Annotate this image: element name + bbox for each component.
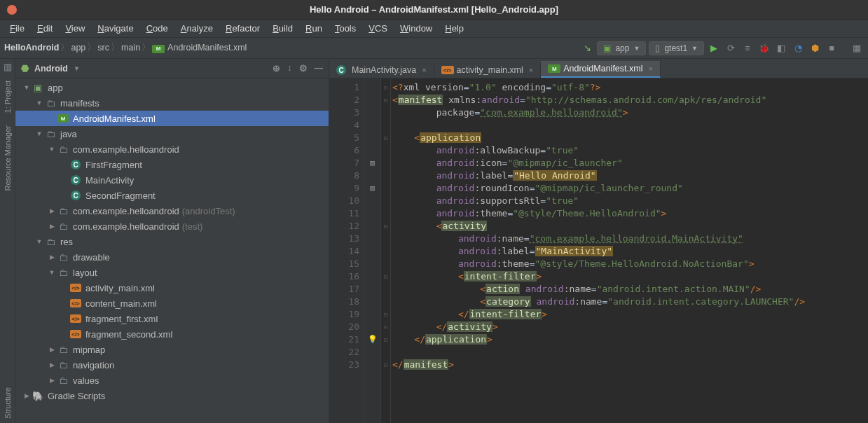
fold-toggle-icon[interactable]: ⊟ — [381, 220, 390, 233]
close-tab-icon[interactable]: × — [529, 66, 533, 74]
image-gutter-icon[interactable]: ▧ — [364, 182, 380, 195]
fold-toggle-icon[interactable]: ⊟ — [381, 321, 390, 333]
folder-icon[interactable]: ▥ — [4, 62, 12, 72]
tree-node-label: content_main.xml — [85, 298, 157, 309]
expand-arrow-icon[interactable]: ▶ — [48, 223, 56, 230]
project-structure-icon[interactable]: ▦ — [850, 41, 864, 55]
navigation-bar: HelloAndroid〉app〉src〉main〉MAndroidManife… — [0, 38, 868, 59]
close-tab-icon[interactable]: × — [422, 66, 426, 74]
fold-toggle-icon[interactable]: ⊟ — [381, 359, 390, 371]
tree-node-label: manifests — [60, 98, 99, 109]
fold-toggle-icon[interactable]: ⊟ — [381, 308, 390, 321]
menu-vcs[interactable]: VCS — [363, 22, 393, 35]
tree-node[interactable]: </>activity_main.xml — [15, 280, 329, 296]
expand-arrow-icon[interactable]: ▶ — [48, 377, 56, 384]
expand-arrow-icon[interactable]: ▼ — [35, 99, 43, 106]
expand-arrow-icon[interactable]: ▼ — [48, 269, 56, 276]
tree-node[interactable]: ▶🗀com.example.helloandroid(test) — [15, 219, 329, 234]
tree-node[interactable]: CMainActivity — [15, 172, 329, 188]
menu-bar: FileEditViewNavigateCodeAnalyzeRefactorB… — [0, 20, 868, 38]
fold-toggle-icon[interactable]: ⊟ — [381, 94, 390, 106]
fold-toggle-icon[interactable]: ⊟ — [381, 81, 390, 94]
tree-node[interactable]: ▼▣app — [15, 80, 329, 95]
tree-node[interactable]: ▼🗀com.example.helloandroid — [15, 141, 329, 157]
tree-node[interactable]: CFirstFragment — [15, 157, 329, 172]
apply-code-icon[interactable]: ≡ — [740, 41, 755, 55]
menu-tools[interactable]: Tools — [329, 22, 361, 35]
fold-toggle-icon[interactable]: ⊟ — [381, 270, 390, 283]
coverage-icon[interactable]: ◧ — [774, 41, 788, 55]
expand-arrow-icon[interactable]: ▼ — [35, 238, 43, 245]
close-window-icon[interactable] — [7, 5, 17, 15]
editor-tab[interactable]: </>activity_main.xml× — [434, 62, 542, 78]
tree-node[interactable]: ▼🗀java — [15, 126, 329, 141]
stripe-tab-project[interactable]: 1: Project — [2, 76, 13, 117]
tree-node[interactable]: </>content_main.xml — [15, 296, 329, 311]
menu-navigate[interactable]: Navigate — [92, 22, 139, 35]
debug-icon[interactable]: 🐞 — [757, 41, 771, 55]
run-config-selector[interactable]: ▣ app ▼ — [597, 41, 646, 55]
tree-node[interactable]: ▶🗀navigation — [15, 357, 329, 373]
stop-icon[interactable]: ■ — [825, 41, 839, 55]
run-icon[interactable]: ▶ — [707, 41, 721, 55]
menu-code[interactable]: Code — [141, 22, 174, 35]
expand-arrow-icon[interactable]: ▶ — [48, 346, 56, 353]
tree-node-label: fragment_second.xml — [85, 329, 172, 340]
expand-arrow-icon[interactable]: ▶ — [48, 361, 56, 368]
hide-icon[interactable]: — — [315, 63, 324, 74]
tree-node[interactable]: ▶🗀drawable — [15, 249, 329, 265]
tree-node[interactable]: ▶🗀com.example.helloandroid(androidTest) — [15, 203, 329, 219]
stripe-tab-resource-manager[interactable]: Resource Manager — [2, 121, 13, 195]
tree-node[interactable]: </>fragment_second.xml — [15, 326, 329, 342]
select-opened-file-icon[interactable]: ⊕ — [273, 63, 280, 74]
tree-node[interactable]: ▼🗀res — [15, 234, 329, 249]
left-tool-stripe: ▥ 1: Project Resource Manager Structure — [0, 59, 15, 423]
intention-bulb-icon[interactable]: 💡 — [364, 333, 380, 346]
tree-node[interactable]: ▼🗀manifests — [15, 95, 329, 111]
stripe-tab-structure[interactable]: Structure — [2, 383, 13, 423]
menu-window[interactable]: Window — [394, 22, 438, 35]
fold-gutter[interactable]: ⊟⊟⊟⊟⊟⊟⊟⊟⊟ — [381, 78, 391, 423]
menu-view[interactable]: View — [60, 22, 90, 35]
menu-file[interactable]: File — [4, 22, 30, 35]
tree-node[interactable]: ▼🗀layout — [15, 265, 329, 280]
tree-node[interactable]: ▶🐘Gradle Scripts — [15, 388, 329, 403]
image-gutter-icon[interactable]: ▧ — [364, 157, 380, 169]
menu-run[interactable]: Run — [300, 22, 328, 35]
tree-node[interactable]: </>fragment_first.xml — [15, 311, 329, 326]
menu-help[interactable]: Help — [439, 22, 469, 35]
expand-arrow-icon[interactable]: ▶ — [48, 254, 56, 261]
apply-changes-icon[interactable]: ⟳ — [724, 41, 738, 55]
menu-analyze[interactable]: Analyze — [175, 22, 219, 35]
expand-all-icon[interactable]: ↕ — [287, 63, 291, 74]
menu-edit[interactable]: Edit — [32, 22, 58, 35]
menu-build[interactable]: Build — [267, 22, 298, 35]
tree-node[interactable]: ▶🗀mipmap — [15, 342, 329, 357]
chevron-down-icon[interactable]: ▼ — [74, 65, 80, 72]
expand-arrow-icon[interactable]: ▼ — [22, 84, 31, 91]
breadcrumb[interactable]: HelloAndroid〉app〉src〉main〉MAndroidManife… — [4, 42, 247, 54]
expand-arrow-icon[interactable]: ▶ — [22, 392, 31, 399]
tree-node[interactable]: MAndroidManifest.xml — [15, 111, 329, 126]
menu-refactor[interactable]: Refactor — [220, 22, 266, 35]
project-view-label[interactable]: Android — [34, 64, 68, 74]
expand-arrow-icon[interactable]: ▼ — [48, 146, 56, 153]
project-tree[interactable]: ▼▣app▼🗀manifestsMAndroidManifest.xml▼🗀ja… — [15, 78, 329, 423]
expand-arrow-icon[interactable]: ▶ — [48, 207, 56, 214]
tree-node[interactable]: CSecondFragment — [15, 188, 329, 203]
tree-node[interactable]: ▶🗀values — [15, 373, 329, 388]
editor-tab[interactable]: CMainActivity.java× — [329, 62, 434, 78]
sync-gradle-icon[interactable]: ↘ — [580, 41, 594, 55]
fold-toggle-icon[interactable]: ⊟ — [381, 333, 390, 346]
code-area[interactable]: <?xml version="1.0" encoding="utf-8"?><m… — [391, 78, 868, 423]
close-tab-icon[interactable]: × — [648, 64, 652, 73]
editor-area: CMainActivity.java×</>activity_main.xml×… — [329, 59, 868, 423]
expand-arrow-icon[interactable]: ▼ — [35, 130, 43, 137]
fold-toggle-icon[interactable]: ⊟ — [381, 132, 390, 144]
attach-debugger-icon[interactable]: ⬢ — [808, 41, 822, 55]
profiler-icon[interactable]: ◔ — [791, 41, 805, 55]
editor-tab[interactable]: MAndroidManifest.xml× — [541, 61, 661, 78]
device-selector[interactable]: ▯ gtest1 ▼ — [649, 41, 704, 55]
gear-icon[interactable]: ⚙ — [299, 63, 308, 74]
code-editor[interactable]: 1234567891011121314151617181920212223 ▧▧… — [329, 78, 868, 423]
